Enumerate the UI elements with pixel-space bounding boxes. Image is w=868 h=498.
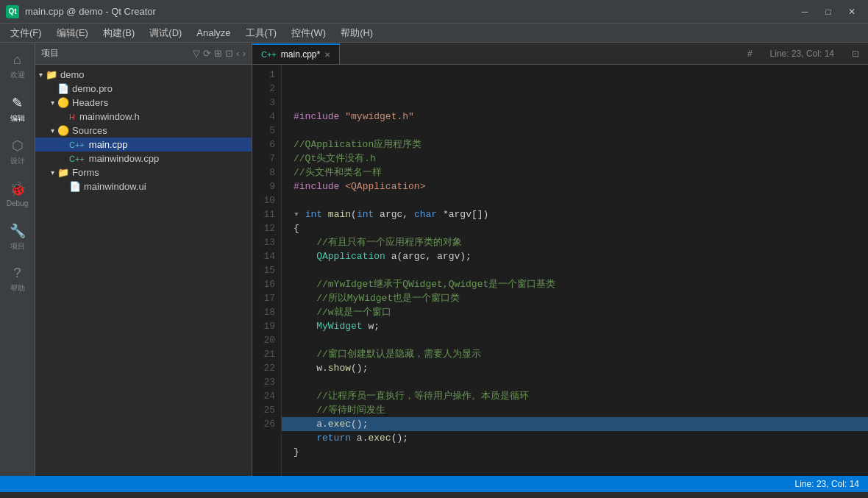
- edit-icon[interactable]: ✎编辑: [1, 88, 34, 129]
- line-number-10: 10: [252, 193, 275, 207]
- window-title: main.cpp @ demo - Qt Creator: [25, 6, 794, 17]
- code-line-14: //所以MyWidget也是一个窗口类: [294, 291, 868, 305]
- menu-item-t[interactable]: 工具(T): [238, 25, 285, 41]
- tree-file-icon: 🟡: [57, 125, 69, 136]
- design-icon[interactable]: ⬡设计: [1, 131, 34, 172]
- code-line-4: //Qt头文件没有.h: [294, 152, 868, 166]
- close-button[interactable]: ✕: [842, 4, 862, 19]
- menu-item-w[interactable]: 控件(W): [284, 25, 333, 41]
- tree-item-label: Headers: [72, 97, 108, 108]
- tree-item-label: demo.pro: [72, 83, 113, 94]
- fold-arrow[interactable]: ▾: [294, 209, 299, 220]
- tab-label: main.cpp*: [281, 49, 320, 60]
- code-line-13: //mYwIdget继承于QWidget,Qwidget是一个窗口基类: [294, 277, 868, 291]
- tab-info-hash: #: [739, 43, 761, 64]
- code-line-7: ​: [294, 193, 868, 207]
- code-line-15: //w就是一个窗口: [294, 305, 868, 319]
- line-number-9: 9: [252, 179, 275, 193]
- file-tree-toolbar: ▽ ⟳ ⊞ ⊡ ‹ ›: [193, 48, 246, 59]
- line-number-5: 5: [252, 124, 275, 138]
- nav-fwd-icon[interactable]: ›: [243, 48, 246, 59]
- menu-item-d[interactable]: 调试(D): [142, 25, 189, 41]
- line-number-7: 7: [252, 152, 275, 166]
- menu-item-e[interactable]: 编辑(E): [49, 25, 96, 41]
- code-line-2: ​: [294, 124, 868, 138]
- tab-close-button[interactable]: ✕: [324, 51, 330, 59]
- statusbar: Line: 23, Col: 14: [0, 476, 868, 492]
- statusbar-position: Line: 23, Col: 14: [795, 479, 859, 489]
- line-number-26: 26: [252, 417, 275, 431]
- tree-item-mainwindow-h[interactable]: Hmainwindow.h: [35, 110, 252, 124]
- line-number-12: 12: [252, 221, 275, 235]
- code-line-11: QApplication a(argc, argv);: [294, 249, 868, 263]
- line-number-2: 2: [252, 82, 275, 96]
- minimize-button[interactable]: ─: [794, 4, 815, 19]
- code-line-10: //有且只有一个应用程序类的对象: [294, 235, 868, 249]
- line-number-24: 24: [252, 389, 275, 403]
- debug-icon-symbol: 🐞: [10, 181, 26, 197]
- help-icon-symbol: ?: [13, 266, 21, 281]
- tree-file-icon: 🟡: [57, 97, 69, 108]
- expand-icon[interactable]: ⊡: [225, 48, 233, 59]
- debug-icon[interactable]: 🐞Debug: [1, 174, 34, 215]
- tab-expand-icon[interactable]: ⊡: [843, 43, 868, 64]
- line-number-3: 3: [252, 96, 275, 110]
- tree-file-icon: C++: [69, 140, 86, 150]
- line-number-8: 8: [252, 166, 275, 179]
- tree-item-label: mainwindow.cpp: [89, 153, 159, 164]
- menu-item-b[interactable]: 构建(B): [96, 25, 142, 41]
- tree-item-sources-folder[interactable]: ▾🟡Sources: [35, 124, 252, 138]
- tab-main-cpp[interactable]: C++ main.cpp* ✕: [252, 43, 340, 64]
- line-number-25: 25: [252, 403, 275, 417]
- line-number-17: 17: [252, 291, 275, 305]
- tree-item-demo-pro[interactable]: 📄demo.pro: [35, 82, 252, 96]
- tab-icon: C++: [261, 50, 277, 59]
- tree-item-forms-folder[interactable]: ▾📁Forms: [35, 166, 252, 179]
- line-number-11: 11: [252, 207, 275, 221]
- project-icon[interactable]: 🔧项目: [1, 216, 34, 257]
- code-line-3: //QApplication应用程序类: [294, 138, 868, 152]
- welcome-icon[interactable]: ⌂欢迎: [1, 46, 34, 87]
- tree-item-headers-folder[interactable]: ▾🟡Headers: [35, 96, 252, 110]
- nav-back-icon[interactable]: ‹: [236, 48, 239, 59]
- menu-item-f[interactable]: 文件(F): [3, 25, 49, 41]
- line-number-21: 21: [252, 347, 275, 361]
- tab-position-info: Line: 23, Col: 14: [761, 43, 843, 64]
- line-number-19: 19: [252, 319, 275, 333]
- code-editor: 1234567891011121314151617181920212223242…: [252, 65, 868, 476]
- tree-item-label: main.cpp: [89, 139, 128, 150]
- line-number-1: 1: [252, 68, 275, 82]
- tree-item-mainwindow-ui[interactable]: 📄mainwindow.ui: [35, 179, 252, 193]
- menu-item-h[interactable]: 帮助(H): [333, 25, 380, 41]
- tree-item-main-cpp[interactable]: C++main.cpp: [35, 138, 252, 152]
- welcome-icon-symbol: ⌂: [13, 52, 21, 68]
- sidebar-icons: ⌂欢迎✎编辑⬡设计🐞Debug🔧项目?帮助: [0, 43, 35, 476]
- edit-icon-symbol: ✎: [12, 95, 23, 111]
- code-line-12: ​: [294, 263, 868, 277]
- tree-item-label: mainwindow.ui: [84, 181, 146, 192]
- hash-symbol: #: [747, 49, 753, 59]
- filter-icon[interactable]: ▽: [193, 48, 200, 59]
- maximize-button[interactable]: □: [818, 4, 839, 19]
- statusbar-right: Line: 23, Col: 14: [795, 479, 859, 489]
- code-line-9: {: [294, 221, 868, 235]
- code-line-17: ​: [294, 333, 868, 347]
- code-line-6: #include <QApplication>: [294, 179, 868, 193]
- file-tree-header: 项目 ▽ ⟳ ⊞ ⊡ ‹ ›: [35, 43, 252, 65]
- main-layout: ⌂欢迎✎编辑⬡设计🐞Debug🔧项目?帮助 项目 ▽ ⟳ ⊞ ⊡ ‹ › ▾📁d…: [0, 43, 868, 476]
- tree-item-mainwindow-cpp[interactable]: C++mainwindow.cpp: [35, 152, 252, 166]
- sync-icon[interactable]: ⟳: [203, 48, 211, 59]
- line-number-15: 15: [252, 263, 275, 277]
- code-line-24: return a.exec();: [294, 431, 868, 445]
- tree-item-label: Sources: [72, 125, 107, 136]
- code-content[interactable]: #include "mywidget.h"​//QApplication应用程序…: [282, 65, 868, 476]
- design-icon-symbol: ⬡: [12, 138, 24, 154]
- tree-item-demo-root[interactable]: ▾📁demo: [35, 68, 252, 82]
- window-controls: ─ □ ✕: [794, 4, 862, 19]
- help-icon[interactable]: ?帮助: [1, 259, 34, 300]
- link-icon[interactable]: ⊞: [214, 48, 222, 59]
- menu-item-analyze[interactable]: Analyze: [189, 26, 238, 40]
- menubar: 文件(F)编辑(E)构建(B)调试(D)Analyze工具(T)控件(W)帮助(…: [0, 24, 868, 43]
- code-line-5: //头文件和类名一样: [294, 166, 868, 179]
- line-number-4: 4: [252, 110, 275, 124]
